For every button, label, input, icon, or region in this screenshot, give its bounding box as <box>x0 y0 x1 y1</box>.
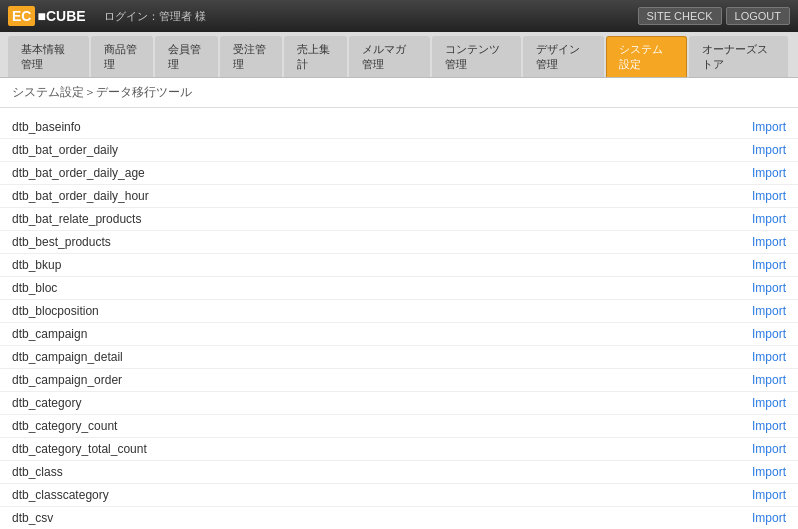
table-cell-action: Import <box>718 415 798 438</box>
site-check-button[interactable]: SITE CHECK <box>638 7 722 25</box>
table-row: dtb_csvImport <box>0 507 798 530</box>
table-row: dtb_bat_order_dailyImport <box>0 139 798 162</box>
table-cell-name: dtb_campaign <box>0 323 718 346</box>
table-row: dtb_categoryImport <box>0 392 798 415</box>
table-cell-name: dtb_bat_relate_products <box>0 208 718 231</box>
table-cell-name: dtb_blocposition <box>0 300 718 323</box>
table-row: dtb_best_productsImport <box>0 231 798 254</box>
import-link[interactable]: Import <box>752 488 786 502</box>
import-link[interactable]: Import <box>752 235 786 249</box>
table-cell-name: dtb_bat_order_daily_hour <box>0 185 718 208</box>
table-row: dtb_bat_order_daily_hourImport <box>0 185 798 208</box>
table-cell-name: dtb_baseinfo <box>0 116 718 139</box>
table-cell-name: dtb_bat_order_daily <box>0 139 718 162</box>
main-content: dtb_baseinfoImportdtb_bat_order_dailyImp… <box>0 108 798 529</box>
table-cell-action: Import <box>718 484 798 507</box>
import-link[interactable]: Import <box>752 396 786 410</box>
breadcrumb: システム設定＞データ移行ツール <box>0 78 798 108</box>
import-link[interactable]: Import <box>752 120 786 134</box>
table-row: dtb_category_total_countImport <box>0 438 798 461</box>
nav-item[interactable]: 売上集計 <box>284 36 347 77</box>
nav-item[interactable]: 受注管理 <box>220 36 283 77</box>
nav-item[interactable]: 会員管理 <box>155 36 218 77</box>
logo-ec: EC <box>8 6 35 26</box>
import-link[interactable]: Import <box>752 442 786 456</box>
table-cell-action: Import <box>718 507 798 530</box>
table-cell-action: Import <box>718 162 798 185</box>
nav-item[interactable]: システム設定 <box>606 36 687 77</box>
table-row: dtb_classcategoryImport <box>0 484 798 507</box>
logo-cube: ■CUBE <box>37 8 85 24</box>
table-cell-name: dtb_bat_order_daily_age <box>0 162 718 185</box>
import-link[interactable]: Import <box>752 304 786 318</box>
data-table: dtb_baseinfoImportdtb_bat_order_dailyImp… <box>0 116 798 529</box>
table-cell-action: Import <box>718 300 798 323</box>
import-link[interactable]: Import <box>752 281 786 295</box>
table-cell-name: dtb_campaign_detail <box>0 346 718 369</box>
table-row: dtb_bat_relate_productsImport <box>0 208 798 231</box>
table-cell-action: Import <box>718 461 798 484</box>
import-link[interactable]: Import <box>752 212 786 226</box>
table-row: dtb_category_countImport <box>0 415 798 438</box>
table-row: dtb_bkupImport <box>0 254 798 277</box>
table-cell-action: Import <box>718 116 798 139</box>
table-cell-action: Import <box>718 277 798 300</box>
table-cell-name: dtb_best_products <box>0 231 718 254</box>
import-link[interactable]: Import <box>752 189 786 203</box>
header: EC ■CUBE ログイン：管理者 様 SITE CHECK LOGOUT <box>0 0 798 32</box>
table-cell-name: dtb_bkup <box>0 254 718 277</box>
header-buttons: SITE CHECK LOGOUT <box>638 7 790 25</box>
table-cell-action: Import <box>718 139 798 162</box>
login-info: ログイン：管理者 様 <box>104 9 206 24</box>
import-link[interactable]: Import <box>752 350 786 364</box>
table-row: dtb_classImport <box>0 461 798 484</box>
table-row: dtb_blocpositionImport <box>0 300 798 323</box>
table-row: dtb_campaign_detailImport <box>0 346 798 369</box>
table-row: dtb_campaign_orderImport <box>0 369 798 392</box>
table-cell-name: dtb_class <box>0 461 718 484</box>
table-cell-action: Import <box>718 346 798 369</box>
table-row: dtb_campaignImport <box>0 323 798 346</box>
table-cell-action: Import <box>718 369 798 392</box>
import-link[interactable]: Import <box>752 373 786 387</box>
nav-item[interactable]: オーナーズストア <box>689 36 788 77</box>
table-cell-name: dtb_category <box>0 392 718 415</box>
table-cell-action: Import <box>718 438 798 461</box>
table-cell-action: Import <box>718 392 798 415</box>
table-cell-name: dtb_category_total_count <box>0 438 718 461</box>
import-link[interactable]: Import <box>752 511 786 525</box>
nav: 基本情報管理商品管理会員管理受注管理売上集計メルマガ管理コンテンツ管理デザイン管… <box>0 32 798 78</box>
nav-item[interactable]: メルマガ管理 <box>349 36 430 77</box>
table-cell-action: Import <box>718 323 798 346</box>
nav-item[interactable]: コンテンツ管理 <box>432 36 522 77</box>
table-row: dtb_bat_order_daily_ageImport <box>0 162 798 185</box>
table-row: dtb_baseinfoImport <box>0 116 798 139</box>
table-row: dtb_blocImport <box>0 277 798 300</box>
table-body: dtb_baseinfoImportdtb_bat_order_dailyImp… <box>0 116 798 529</box>
import-link[interactable]: Import <box>752 327 786 341</box>
nav-item[interactable]: デザイン管理 <box>523 36 604 77</box>
import-link[interactable]: Import <box>752 258 786 272</box>
table-cell-name: dtb_classcategory <box>0 484 718 507</box>
table-cell-action: Import <box>718 254 798 277</box>
table-cell-name: dtb_campaign_order <box>0 369 718 392</box>
table-cell-action: Import <box>718 185 798 208</box>
import-link[interactable]: Import <box>752 166 786 180</box>
table-cell-name: dtb_csv <box>0 507 718 530</box>
import-link[interactable]: Import <box>752 465 786 479</box>
table-cell-action: Import <box>718 231 798 254</box>
logo: EC ■CUBE <box>8 6 86 26</box>
logo-area: EC ■CUBE ログイン：管理者 様 <box>8 6 206 26</box>
table-cell-action: Import <box>718 208 798 231</box>
nav-item[interactable]: 基本情報管理 <box>8 36 89 77</box>
table-cell-name: dtb_category_count <box>0 415 718 438</box>
import-link[interactable]: Import <box>752 419 786 433</box>
table-cell-name: dtb_bloc <box>0 277 718 300</box>
import-link[interactable]: Import <box>752 143 786 157</box>
logout-button[interactable]: LOGOUT <box>726 7 790 25</box>
nav-item[interactable]: 商品管理 <box>91 36 154 77</box>
